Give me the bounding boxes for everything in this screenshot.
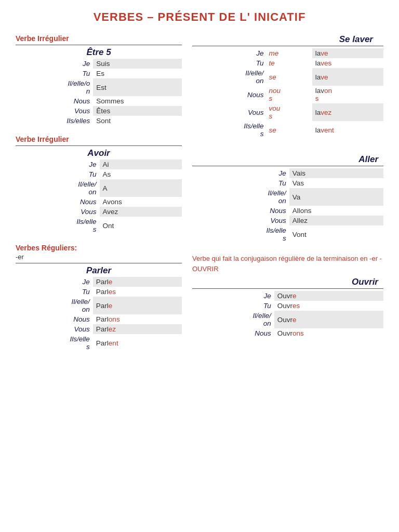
table-row: Tu Ouvres — [192, 301, 383, 311]
pronoun: Vous — [16, 324, 93, 334]
table-row: Il/elle/on Ouvre — [192, 311, 383, 328]
aller-table: Je Vais Tu Vas Il/elle/on Va Nous Allons… — [192, 168, 383, 243]
selaver-title: Se laver — [192, 34, 383, 45]
pronoun: Nous — [192, 328, 274, 338]
form: Allez — [289, 216, 383, 225]
pronoun: Nous — [192, 86, 267, 103]
form: Êtes — [93, 106, 182, 116]
reguliers-section: Verbes Réguliers: -er Parler Je Parle Tu… — [16, 244, 182, 352]
avoir-label: Verbe Irrégulier — [16, 135, 182, 143]
pronoun: Ils/elles — [16, 116, 93, 126]
table-row: Tu As — [16, 169, 182, 179]
form: Parlent — [93, 334, 182, 352]
form: As — [100, 169, 182, 179]
pronoun: Vous — [192, 103, 267, 121]
form: Ouvres — [274, 301, 383, 311]
table-row: Je Ouvre — [192, 291, 383, 301]
form: Est — [93, 78, 182, 96]
pronoun: Ils/elles — [16, 217, 100, 234]
form: lavons — [312, 86, 383, 103]
pronoun: Il/elle/on — [16, 78, 93, 96]
form: lavez — [312, 103, 383, 121]
form: Parle — [93, 277, 182, 287]
pronoun: Je — [192, 168, 289, 178]
reflexive: te — [267, 58, 312, 68]
table-row: Nous Allons — [192, 206, 383, 216]
form: A — [100, 179, 182, 197]
ouvrir-title: Ouvrir — [192, 277, 383, 287]
form: Parle — [93, 297, 182, 314]
form: Parlez — [93, 324, 182, 334]
form: Vais — [289, 168, 383, 178]
pronoun: Tu — [16, 169, 100, 179]
pronoun: Nous — [16, 197, 100, 207]
table-row: Ils/elles Ont — [16, 217, 182, 234]
table-row: Nous nous lavons — [192, 86, 383, 103]
table-row: Il/elle/on Parle — [16, 297, 182, 314]
form: laves — [312, 58, 383, 68]
pronoun: Nous — [16, 96, 93, 106]
table-row: Je Parle — [16, 277, 182, 287]
avoir-title: Avoir — [16, 148, 182, 158]
pronoun: Ils/elles — [16, 334, 93, 352]
pronoun: Ils/elles — [192, 225, 289, 243]
pronoun: Vous — [192, 216, 289, 225]
pronoun: Je — [16, 277, 93, 287]
parler-table: Je Parle Tu Parles Il/elle/on Parle Nous… — [16, 277, 182, 352]
form: Ai — [100, 159, 182, 169]
er-label: -er — [16, 253, 182, 261]
table-row: Nous Parlons — [16, 314, 182, 324]
table-row: Vous Êtes — [16, 106, 182, 116]
table-row: Je Vais — [192, 168, 383, 178]
pronoun: Je — [192, 291, 274, 301]
form: Sommes — [93, 96, 182, 106]
pronoun: Tu — [16, 69, 93, 78]
table-row: Il/elle/on Va — [192, 188, 383, 206]
pronoun: Vous — [16, 106, 93, 116]
table-row: Il/elle/on A — [16, 179, 182, 197]
table-row: Ils/elles Parlent — [16, 334, 182, 352]
form: Avons — [100, 197, 182, 207]
aller-title: Aller — [192, 154, 383, 165]
table-row: Tu Es — [16, 69, 182, 78]
table-row: Ils/elles Sont — [16, 116, 182, 126]
table-row: Ils/elles se lavent — [192, 121, 383, 139]
form: lave — [312, 68, 383, 86]
pronoun: Ils/elles — [192, 121, 267, 139]
reflexive: se — [267, 121, 312, 139]
table-row: Il/elle/on Est — [16, 78, 182, 96]
table-row: Nous Avons — [16, 197, 182, 207]
page-title: VERBES – PRÉSENT DE L' INICATIF — [16, 10, 383, 24]
form: Vas — [289, 178, 383, 188]
table-row: Vous Avez — [16, 207, 182, 217]
form: Vont — [289, 225, 383, 243]
etre-table: Je Suis Tu Es Il/elle/on Est Nous Sommes… — [16, 59, 182, 126]
selaver-section: Se laver Je me lave Tu te laves Il/elle/… — [192, 34, 383, 139]
form: Allons — [289, 206, 383, 216]
pronoun: Je — [16, 159, 100, 169]
reflexive: se — [267, 68, 312, 86]
pronoun: Nous — [192, 206, 289, 216]
pronoun: Il/elle/on — [192, 188, 289, 206]
table-row: Je Suis — [16, 59, 182, 69]
form: Ont — [100, 217, 182, 234]
ouvrir-table: Je Ouvre Tu Ouvres Il/elle/on Ouvre Nous… — [192, 291, 383, 338]
table-row: Tu te laves — [192, 58, 383, 68]
reguliers-label: Verbes Réguliers: — [16, 244, 182, 252]
ouvrir-note: Verbe qui fait la conjugaison régulière … — [192, 254, 383, 274]
pronoun: Il/elle/on — [16, 179, 100, 197]
form: Avez — [100, 207, 182, 217]
reflexive: nous — [267, 86, 312, 103]
form: Va — [289, 188, 383, 206]
table-row: Vous Allez — [192, 216, 383, 225]
pronoun: Je — [16, 59, 93, 69]
selaver-table: Je me lave Tu te laves Il/elle/on se lav… — [192, 48, 383, 139]
form: Es — [93, 69, 182, 78]
avoir-table: Je Ai Tu As Il/elle/on A Nous Avons Vous — [16, 159, 182, 234]
reflexive: me — [267, 48, 312, 58]
form: Parlons — [93, 314, 182, 324]
etre-section: Verbe Irrégulier Être 5 Je Suis Tu Es Il… — [16, 34, 182, 126]
pronoun: Je — [192, 48, 267, 58]
pronoun: Il/elle/on — [192, 68, 267, 86]
pronoun: Il/elle/on — [192, 311, 274, 328]
